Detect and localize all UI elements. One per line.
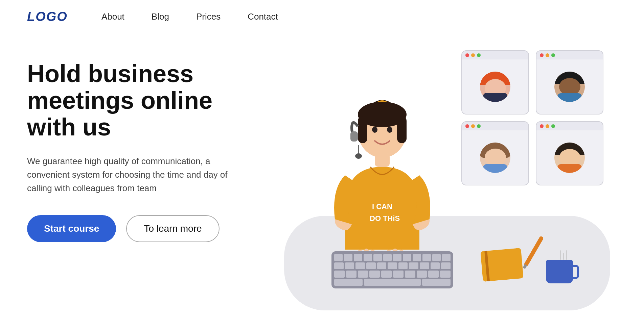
nav-blog[interactable]: Blog: [152, 11, 169, 22]
steam-line-2: [563, 253, 564, 260]
avatar-area-4: [536, 130, 603, 185]
button-row: Start course To learn more: [27, 215, 264, 242]
start-course-button[interactable]: Start course: [27, 215, 116, 242]
key: [344, 254, 352, 261]
dot-yellow-3: [471, 124, 475, 128]
dot-red: [465, 53, 469, 57]
avatar-2-body: [557, 93, 582, 102]
key: [431, 262, 440, 270]
key: [417, 271, 427, 278]
main-content: Hold business meetings online with us We…: [0, 33, 644, 324]
key: [398, 262, 408, 270]
key: [383, 254, 392, 261]
nav-about[interactable]: About: [101, 11, 124, 22]
key: [334, 254, 343, 261]
video-window-1: [461, 50, 529, 114]
key: [355, 262, 365, 270]
svg-point-7: [387, 127, 392, 133]
key: [393, 271, 404, 278]
nav: About Blog Prices Contact: [101, 11, 278, 22]
video-window-3: [461, 121, 529, 185]
key: [413, 254, 421, 261]
notebook: [480, 248, 523, 282]
avatar-1: [480, 72, 510, 102]
key: [442, 254, 451, 261]
key: [364, 254, 372, 261]
key-enter: [422, 279, 451, 286]
avatar-4: [554, 143, 585, 173]
svg-rect-5: [397, 116, 407, 143]
window-bar-1: [462, 51, 528, 59]
svg-text:DO THiS: DO THiS: [370, 214, 400, 223]
headline: Hold business meetings online with us: [27, 60, 250, 141]
avatar-area-2: [536, 59, 603, 114]
subtitle: We guarantee high quality of communicati…: [27, 154, 237, 195]
cup-steam: [560, 250, 567, 260]
keyboard-row-1: [334, 254, 451, 261]
learn-more-button[interactable]: To learn more: [126, 215, 219, 242]
coffee-cup: [546, 260, 573, 283]
key: [405, 271, 415, 278]
dot-green-2: [551, 53, 555, 57]
avatar-3-body: [483, 164, 507, 173]
key: [420, 262, 429, 270]
window-bar-3: [462, 122, 528, 130]
video-windows: [461, 50, 603, 185]
nav-contact[interactable]: Contact: [248, 11, 278, 22]
avatar-area-3: [462, 130, 528, 185]
left-column: Hold business meetings online with us We…: [27, 40, 264, 242]
key: [440, 271, 451, 278]
key: [422, 254, 431, 261]
key: [428, 271, 439, 278]
keyboard-row-3: [334, 271, 451, 278]
key: [377, 262, 387, 270]
svg-rect-4: [358, 116, 367, 143]
dot-yellow: [471, 53, 475, 57]
key: [366, 262, 376, 270]
keyboard-row-4: [334, 279, 451, 286]
key: [441, 262, 451, 270]
avatar-1-body: [483, 93, 507, 102]
avatar-4-body: [557, 164, 582, 173]
dot-green-3: [477, 124, 481, 128]
key: [432, 254, 441, 261]
key-space: [334, 279, 363, 286]
key: [334, 271, 345, 278]
key: [346, 271, 356, 278]
avatar-3-face: [485, 149, 506, 166]
logo: LOGO: [27, 9, 68, 24]
nav-prices[interactable]: Prices: [196, 11, 221, 22]
key: [373, 254, 382, 261]
avatar-2: [554, 72, 585, 102]
key: [345, 262, 354, 270]
svg-point-6: [372, 127, 377, 133]
dot-yellow-2: [546, 53, 549, 57]
avatar-area-1: [462, 59, 528, 114]
key: [381, 271, 392, 278]
svg-rect-11: [375, 153, 390, 167]
header: LOGO About Blog Prices Contact: [0, 0, 644, 33]
steam-line-3: [566, 250, 567, 260]
key: [354, 254, 362, 261]
svg-point-10: [355, 153, 362, 159]
key: [409, 262, 418, 270]
dot-green-4: [551, 124, 555, 128]
svg-rect-8: [350, 131, 358, 142]
illustration-area: I CAN DO THiS: [264, 40, 617, 324]
dot-red-2: [540, 53, 544, 57]
key: [334, 262, 344, 270]
dot-red-4: [540, 124, 544, 128]
key: [369, 271, 380, 278]
steam-line-1: [560, 250, 561, 260]
avatar-3: [480, 143, 510, 173]
key: [358, 271, 368, 278]
keyboard-row-2: [334, 262, 451, 270]
dot-green: [477, 53, 481, 57]
window-bar-4: [536, 122, 603, 130]
video-window-2: [536, 50, 603, 114]
key-spacebar: [364, 279, 421, 286]
svg-text:I CAN: I CAN: [372, 202, 392, 211]
key: [388, 262, 397, 270]
dot-red-3: [465, 124, 469, 128]
key: [393, 254, 401, 261]
